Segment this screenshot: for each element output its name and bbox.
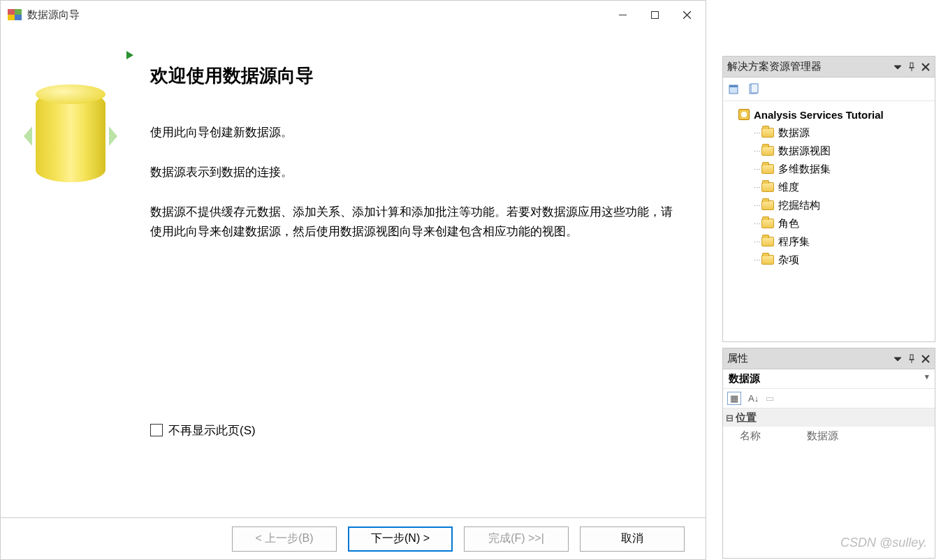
dialog-body: 欢迎使用数据源向导 使用此向导创建新数据源。 数据源表示到数据的连接。 数据源不… — [1, 29, 706, 517]
close-icon[interactable] — [921, 62, 931, 72]
pin-icon[interactable] — [907, 62, 917, 72]
wizard-para-1: 使用此向导创建新数据源。 — [150, 123, 678, 142]
project-label: Analysis Services Tutorial — [754, 109, 884, 121]
properties-icon[interactable] — [727, 82, 741, 96]
folder-icon — [761, 219, 774, 228]
dont-show-label: 不再显示此页(S) — [168, 422, 256, 439]
property-row[interactable]: 名称数据源 — [723, 427, 935, 445]
wizard-heading: 欢迎使用数据源向导 — [150, 64, 678, 88]
wizard-dialog: 数据源向导 欢迎使用数据源向导 使用此向导创建新数据源。 数据源表示到数据的连接… — [0, 0, 706, 560]
project-icon — [738, 109, 750, 120]
app-icon — [8, 9, 22, 20]
pin-icon[interactable] — [907, 354, 917, 364]
property-value: 数据源 — [807, 429, 935, 443]
svg-rect-15 — [910, 355, 913, 360]
properties-toolbar: ▦ A↓ ▭ — [723, 389, 935, 408]
property-category-label: 位置 — [736, 411, 757, 425]
minimize-button[interactable] — [606, 3, 639, 26]
wizard-para-2: 数据源表示到数据的连接。 — [150, 163, 678, 182]
expander-icon: ⋯ — [754, 147, 759, 155]
folder-icon — [761, 146, 774, 156]
tree-folder-node[interactable]: ⋯角色 — [726, 214, 932, 233]
properties-header: 属性 — [723, 348, 935, 369]
button-bar: < 上一步(B) 下一步(N) > 完成(F) >>| 取消 — [1, 517, 706, 559]
svg-marker-4 — [894, 66, 901, 69]
dropdown-icon[interactable] — [893, 354, 903, 364]
close-button[interactable] — [671, 3, 703, 26]
expander-icon: ⋯ — [754, 165, 759, 173]
tree-folder-node[interactable]: ⋯数据源 — [726, 124, 932, 142]
tree-node-label: 数据源 — [778, 126, 810, 140]
expander-icon: ⋯ — [754, 202, 759, 209]
tree-node-label: 挖掘结构 — [778, 199, 820, 212]
wizard-artwork — [8, 50, 133, 510]
properties-title: 属性 — [727, 352, 748, 365]
dialog-title: 数据源向导 — [27, 8, 80, 22]
tree-folder-node[interactable]: ⋯杂项 — [726, 251, 932, 269]
solution-tree[interactable]: Analysis Services Tutorial ⋯数据源⋯数据源视图⋯多维… — [723, 101, 935, 341]
properties-panel: 属性 数据源 ▾ ▦ A↓ ▭ ⊟ 位置 名称数据源 — [722, 348, 935, 559]
tree-folder-node[interactable]: ⋯多维数据集 — [726, 160, 932, 178]
folder-icon — [761, 255, 774, 265]
tree-folder-node[interactable]: ⋯维度 — [726, 178, 932, 196]
folder-icon — [761, 237, 774, 246]
properties-object-selector[interactable]: 数据源 ▾ — [723, 369, 935, 389]
expander-icon: ⋯ — [754, 184, 759, 191]
solution-explorer-header: 解决方案资源管理器 — [723, 57, 935, 78]
titlebar: 数据源向导 — [1, 1, 706, 29]
folder-icon — [761, 200, 774, 210]
categorized-icon[interactable]: ▦ — [727, 392, 741, 405]
tree-node-label: 维度 — [778, 181, 799, 194]
svg-rect-13 — [751, 84, 758, 93]
alphabetical-icon[interactable]: A↓ — [748, 393, 759, 404]
svg-marker-14 — [894, 358, 901, 361]
dropdown-icon[interactable] — [893, 62, 903, 72]
tree-node-label: 杂项 — [778, 253, 799, 267]
expander-icon: ⋯ — [754, 238, 759, 246]
close-icon[interactable] — [921, 354, 931, 364]
solution-toolbar — [723, 78, 935, 101]
tree-folder-node[interactable]: ⋯程序集 — [726, 233, 932, 251]
maximize-button[interactable] — [639, 3, 671, 26]
cancel-button[interactable]: 取消 — [580, 526, 685, 552]
play-icon — [126, 51, 133, 59]
tree-node-label: 数据源视图 — [778, 145, 831, 158]
folder-icon — [761, 128, 774, 138]
solution-explorer-panel: 解决方案资源管理器 Analysis Services Tutorial ⋯数据… — [722, 56, 935, 342]
folder-icon — [761, 164, 774, 174]
property-key: 名称 — [723, 429, 807, 443]
property-category[interactable]: ⊟ 位置 — [723, 408, 935, 427]
tree-folder-node[interactable]: ⋯数据源视图 — [726, 142, 932, 160]
properties-object-name: 数据源 — [729, 372, 760, 385]
dont-show-checkbox[interactable] — [150, 424, 163, 436]
folder-icon — [761, 182, 774, 192]
project-node[interactable]: Analysis Services Tutorial — [726, 105, 932, 124]
solution-explorer-title: 解决方案资源管理器 — [727, 60, 822, 73]
svg-rect-5 — [910, 63, 913, 68]
side-panels: 解决方案资源管理器 Analysis Services Tutorial ⋯数据… — [722, 56, 935, 559]
expander-icon: ⋯ — [754, 129, 759, 137]
expander-icon: ⋯ — [754, 256, 759, 264]
expander-icon: ⋯ — [754, 220, 759, 228]
dont-show-row: 不再显示此页(S) — [150, 422, 678, 439]
properties-grid: ⊟ 位置 名称数据源 — [723, 408, 935, 445]
wizard-content: 欢迎使用数据源向导 使用此向导创建新数据源。 数据源表示到数据的连接。 数据源不… — [133, 50, 678, 510]
show-all-icon[interactable] — [747, 82, 761, 96]
tree-folder-node[interactable]: ⋯挖掘结构 — [726, 196, 932, 214]
svg-rect-11 — [729, 85, 738, 87]
property-pages-icon[interactable]: ▭ — [766, 393, 774, 404]
window-controls — [606, 3, 703, 26]
back-button: < 上一步(B) — [232, 526, 337, 552]
finish-button: 完成(F) >>| — [464, 526, 569, 552]
watermark: CSDN @sulley. — [840, 536, 927, 550]
tree-node-label: 多维数据集 — [778, 163, 831, 176]
chevron-down-icon: ▾ — [925, 372, 929, 385]
wizard-para-3: 数据源不提供缓存元数据、添加关系、添加计算和添加批注等功能。若要对数据源应用这些… — [150, 202, 678, 240]
tree-node-label: 角色 — [778, 217, 799, 230]
svg-rect-1 — [651, 11, 658, 18]
tree-node-label: 程序集 — [778, 235, 810, 249]
next-button[interactable]: 下一步(N) > — [348, 526, 453, 552]
